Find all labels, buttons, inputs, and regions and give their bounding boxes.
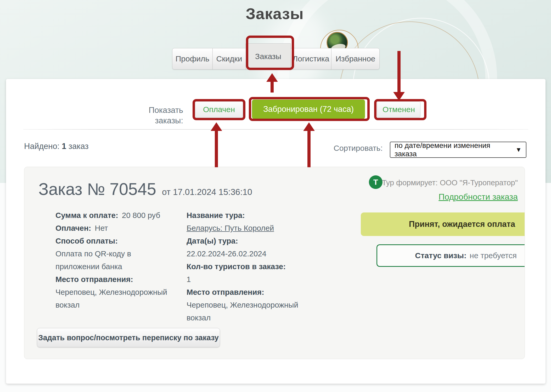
order-status-badge: Принят, ожидается оплата: [361, 212, 525, 236]
tab-favorites[interactable]: Избранное: [331, 48, 380, 70]
tab-orders[interactable]: Заказы: [246, 43, 291, 70]
field-value: 20 800 руб: [122, 211, 160, 220]
found-count: 1: [62, 142, 66, 151]
ask-question-button[interactable]: Задать вопрос/посмотреть переписку по за…: [37, 328, 220, 347]
show-orders-label: Показать заказы:: [120, 105, 183, 126]
orders-page: Заказы Профиль Скидки Заказы Логистика И…: [0, 0, 551, 392]
tab-label: Скидки: [216, 54, 242, 63]
main-tabbar: Профиль Скидки Заказы Логистика Избранно…: [172, 43, 381, 70]
tour-name-link[interactable]: Беларусь: Путь Королей: [187, 222, 307, 234]
order-details-link[interactable]: Подробности заказа: [438, 192, 518, 202]
order-number: Заказ № 70545: [38, 180, 156, 199]
page-title: Заказы: [157, 5, 392, 23]
found-count-text: Найдено: 1 заказ: [24, 142, 89, 151]
found-unit: заказ: [69, 142, 89, 151]
field-label: Место отправления:: [55, 273, 173, 286]
sort-label: Сортировать:: [334, 144, 383, 153]
tab-label: Избранное: [335, 54, 375, 63]
filter-booked-button[interactable]: Забронирован (72 часа): [252, 100, 365, 119]
field-label: Место отправления:: [187, 286, 307, 298]
tab-label: Профиль: [176, 54, 210, 63]
field-paid: Оплачен:Нет: [55, 222, 173, 234]
tab-discounts[interactable]: Скидки: [212, 48, 246, 70]
visa-status-box: Статус визы: не требуется: [376, 244, 525, 267]
tour-operator-icon: Т: [369, 175, 383, 189]
found-label: Найдено:: [24, 142, 59, 151]
tour-operator-text: Тур формирует: ООО "Я-Туроператор": [382, 178, 518, 187]
field-value: 22.02.2024-26.02.2024: [187, 247, 307, 260]
order-created-date: от 17.01.2024 15:36:10: [162, 187, 252, 197]
field-label: Оплачен:: [55, 224, 91, 232]
field-value: Нет: [95, 224, 108, 232]
field-label: Сумма к оплате:: [55, 211, 118, 220]
divider: [23, 129, 528, 130]
tab-profile[interactable]: Профиль: [172, 48, 213, 70]
filter-cancelled-button[interactable]: Отменен: [377, 101, 420, 118]
field-label: Кол-во туристов в заказе:: [187, 260, 307, 273]
tab-label: Заказы: [255, 52, 281, 61]
field-label: Дата(ы) тура:: [187, 234, 307, 247]
order-card: Заказ № 70545 от 17.01.2024 15:36:10 Сум…: [24, 167, 525, 359]
visa-status-value: не требуется: [470, 251, 517, 260]
filter-paid-button[interactable]: Оплачен: [195, 101, 243, 118]
field-value: Череповец, Железнодорожный вокзал: [55, 286, 173, 311]
sort-selected-value: по дате/времени изменения заказа: [395, 141, 513, 158]
visa-status-label: Статус визы:: [415, 251, 466, 260]
order-fields-right: Название тура: Беларусь: Путь Королей Да…: [187, 209, 307, 324]
field-label: Название тура:: [187, 209, 307, 222]
field-value: Оплата по QR-коду в приложении банка: [55, 247, 173, 273]
field-value: 1: [187, 273, 307, 286]
tab-label: Логистика: [293, 54, 329, 63]
field-amount: Сумма к оплате:20 800 руб: [55, 209, 173, 222]
tab-logistics[interactable]: Логистика: [290, 48, 331, 70]
field-label: Способ оплаты:: [55, 234, 173, 247]
order-header: Заказ № 70545 от 17.01.2024 15:36:10: [38, 180, 252, 199]
content-panel: Показать заказы: Оплачен Забронирован (7…: [6, 79, 546, 384]
chevron-down-icon: ▼: [515, 146, 522, 153]
sort-select[interactable]: по дате/времени изменения заказа ▼: [390, 142, 526, 158]
field-value: Череповец, Железнодорожный вокзал: [187, 298, 307, 324]
order-fields-left: Сумма к оплате:20 800 руб Оплачен:Нет Сп…: [55, 209, 173, 311]
